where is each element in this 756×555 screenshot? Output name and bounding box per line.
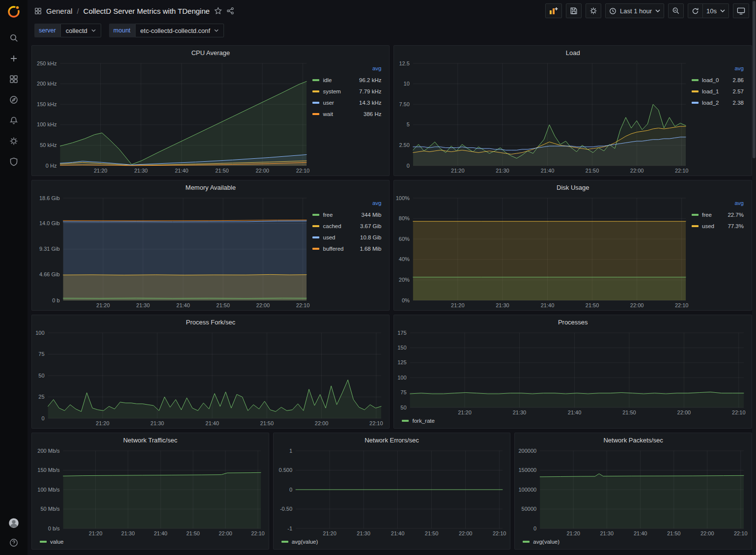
legend-avg-header[interactable]: avg [692, 199, 744, 209]
help-button[interactable] [4, 537, 24, 548]
star-button[interactable] [214, 7, 222, 15]
panel-title-text: Process Fork/sec [186, 319, 235, 326]
panel-load: Load 02.5057.501012.521:2021:3021:4021:5… [393, 45, 752, 176]
legend-series-value: 344 Mib [362, 212, 382, 218]
variable-mount: mount etc-collectd-collectd.conf [109, 24, 224, 37]
configuration-button[interactable] [4, 136, 24, 146]
add-panel-button[interactable] [545, 3, 562, 18]
legend-item[interactable]: used77.3% [692, 220, 744, 232]
legend-item[interactable]: value [40, 539, 64, 545]
legend-avg-header[interactable]: avg [312, 64, 381, 74]
panel-title-processes[interactable]: Processes [394, 315, 752, 329]
network-traffic-chart[interactable]: 0 b/s50 Mb/s100 Mb/s150 Mb/s200 Mb/s21:2… [33, 447, 266, 537]
alerting-button[interactable] [4, 115, 24, 126]
legend-item[interactable]: load_12.57 [692, 86, 744, 97]
network-errors-chart[interactable]: -1-0.5000.500121:2021:3021:4021:5022:002… [275, 447, 507, 537]
panel-title-load[interactable]: Load [394, 46, 752, 59]
legend-series-value: 386 Hz [364, 111, 381, 117]
svg-text:0 b/s: 0 b/s [48, 526, 60, 531]
scrollbar[interactable] [752, 0, 756, 555]
server-admin-button[interactable] [4, 156, 24, 167]
svg-text:12.5: 12.5 [399, 60, 410, 66]
legend-avg-header[interactable]: avg [312, 199, 381, 209]
breadcrumb-section[interactable]: General [46, 7, 72, 15]
legend-series-name: load_2 [702, 100, 719, 106]
refresh-button[interactable] [688, 3, 703, 18]
network-errors-legend: avg(value) [275, 537, 507, 548]
explore-button[interactable] [4, 94, 24, 105]
share-button[interactable] [226, 7, 234, 15]
legend-item[interactable]: idle96.2 kHz [312, 74, 381, 86]
chart-svg: 02.5057.501012.521:2021:3021:4021:5022:0… [395, 59, 691, 175]
star-icon [214, 7, 222, 15]
legend-series-name: cached [323, 223, 341, 229]
breadcrumb: General / CollectD Server Metrics with T… [34, 7, 234, 15]
legend-item[interactable]: load_02.86 [692, 74, 744, 86]
panel-title-text: Processes [558, 319, 588, 326]
variable-server-value[interactable]: collectd [60, 24, 101, 37]
dashboard-title[interactable]: CollectD Server Metrics with TDengine [84, 7, 210, 15]
panel-title-memory-available[interactable]: Memory Available [32, 180, 389, 194]
svg-text:21:30: 21:30 [600, 530, 614, 536]
legend-item[interactable]: wait386 Hz [312, 108, 381, 119]
zoom-out-button[interactable] [668, 3, 684, 18]
scrollbar-thumb[interactable] [753, 1, 756, 158]
load-chart[interactable]: 02.5057.501012.521:2021:3021:4021:5022:0… [395, 59, 691, 175]
time-range-picker[interactable]: Last 1 hour [605, 3, 664, 18]
chart-svg: 025507510021:2021:3021:4021:5022:0022:10 [33, 329, 386, 427]
save-dashboard-button[interactable] [566, 3, 582, 18]
legend-item[interactable]: buffered1.68 Mib [312, 243, 381, 254]
memory-available-chart[interactable]: 0 b4.66 Gib9.31 Gib14.0 Gib18.6 Gib21:20… [33, 194, 311, 309]
disk-usage-chart[interactable]: 0%20%40%60%80%100%21:2021:3021:4021:5022… [395, 194, 691, 309]
legend-swatch [402, 420, 409, 422]
legend-avg-header[interactable]: avg [692, 64, 744, 74]
legend-series-value: 2.57 [733, 88, 744, 94]
refresh-interval-dropdown[interactable]: 10s [703, 3, 729, 18]
dashboard-grid: CPU Average 0 Hz50 kHz100 kHz150 kHz200 … [28, 41, 756, 550]
legend-item[interactable]: used10.8 Gib [312, 232, 381, 243]
legend-item[interactable]: load_22.38 [692, 97, 744, 108]
network-packets-chart[interactable]: 05000010000015000020000021:2021:3021:402… [516, 447, 749, 537]
variable-mount-value[interactable]: etc-collectd-collectd.conf [135, 24, 224, 37]
svg-text:22:10: 22:10 [493, 530, 506, 536]
dashboard-settings-button[interactable] [586, 3, 601, 18]
legend-series-name: load_1 [702, 88, 719, 94]
legend-swatch [312, 79, 319, 81]
svg-text:22:10: 22:10 [732, 409, 746, 415]
legend-item[interactable]: free344 Mib [312, 209, 381, 220]
cpu-average-chart[interactable]: 0 Hz50 kHz100 kHz150 kHz200 kHz250 kHz21… [33, 59, 311, 175]
panel-title-network-errors[interactable]: Network Errors/sec [274, 433, 510, 447]
svg-text:22:10: 22:10 [734, 530, 748, 536]
svg-text:21:40: 21:40 [541, 168, 555, 174]
grafana-logo[interactable] [6, 4, 22, 20]
svg-text:22:00: 22:00 [255, 168, 269, 174]
legend-item[interactable]: avg(value) [523, 539, 560, 545]
svg-text:0: 0 [533, 526, 536, 531]
legend-item[interactable]: cached3.67 Gib [312, 220, 381, 232]
create-button[interactable] [4, 53, 24, 64]
panel-title-process-fork[interactable]: Process Fork/sec [32, 315, 389, 329]
variable-server-label: server [34, 24, 60, 37]
avatar[interactable] [4, 518, 24, 528]
panel-title-network-packets[interactable]: Network Packets/sec [515, 433, 752, 447]
panel-title-cpu-average[interactable]: CPU Average [32, 46, 389, 59]
panel-title-disk-usage[interactable]: Disk Usage [394, 180, 752, 194]
legend-swatch [692, 79, 699, 81]
clock-icon [609, 7, 616, 15]
legend-item[interactable]: user14.3 kHz [312, 97, 381, 108]
svg-text:20%: 20% [399, 277, 410, 283]
cycle-view-button[interactable] [733, 3, 749, 18]
process-fork-chart[interactable]: 025507510021:2021:3021:4021:5022:0022:10 [33, 329, 386, 427]
legend-item[interactable]: avg(value) [281, 539, 318, 545]
legend-item[interactable]: system7.79 kHz [312, 86, 381, 97]
dashboards-button[interactable] [4, 74, 24, 85]
legend-series-name: load_0 [702, 77, 719, 83]
legend-item[interactable]: free22.7% [692, 209, 744, 220]
search-button[interactable] [4, 32, 24, 43]
processes-chart[interactable]: 507510012515017521:2021:3021:4021:5022:0… [395, 329, 749, 416]
legend-item[interactable]: fork_rate [402, 418, 434, 424]
legend-swatch [312, 248, 319, 250]
legend-series-value: 2.86 [733, 77, 744, 83]
legend-series-value: 77.3% [728, 223, 744, 229]
panel-title-network-traffic[interactable]: Network Traffic/sec [32, 433, 269, 447]
